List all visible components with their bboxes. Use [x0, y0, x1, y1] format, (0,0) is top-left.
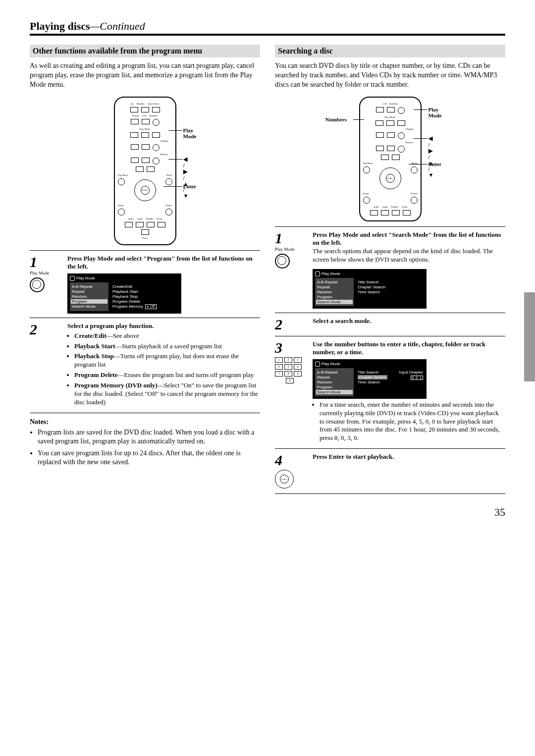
right-section-head: Searching a disc: [275, 45, 505, 57]
right-step-4: 4 Enter Press Enter to start playback.: [275, 448, 505, 489]
remote-outline: A-BRandom Play Mode Display Dimmer Top M…: [359, 97, 422, 221]
press-icon: [30, 277, 59, 294]
remote-diagram-right: A-BRandom Play Mode Display Dimmer Top M…: [275, 97, 505, 221]
osd-search: Play Mode A-B Repeat Repeat Random Progr…: [313, 269, 427, 309]
play-mode-icon: [315, 362, 320, 367]
callout-playmode: Play Mode: [428, 107, 442, 118]
header-sep: —: [90, 20, 100, 32]
osd-program: Play Mode A-B Repeat Repeat Random Progr…: [67, 273, 181, 314]
remote-outline: OnStandbyOpen/Close RepeatA-BRandom Play…: [114, 97, 176, 245]
right-step-1: 1 Play Mode Press Play Mode and select "…: [275, 226, 505, 309]
header-bold: Playing discs: [30, 20, 90, 32]
callout-numbers: Numbers: [325, 116, 347, 122]
page-number: 35: [30, 506, 505, 519]
step-number: 1: [30, 255, 59, 270]
left-step-2: 2 Select a program play function. Create…: [30, 318, 260, 409]
callout-playmode: Play Mode: [183, 127, 197, 139]
step-number: 2: [30, 322, 59, 337]
dpad: Enter: [134, 179, 156, 201]
right-step-2: 2 Select a search mode.: [275, 313, 505, 332]
header-italic: Continued: [100, 20, 145, 32]
dpad-press-icon: Enter: [275, 470, 305, 488]
side-tab: [524, 292, 535, 381]
left-section-head: Other functions available from the progr…: [30, 45, 260, 57]
press-icon: [275, 254, 305, 270]
play-mode-icon: [70, 276, 75, 281]
callout-enter: Enter: [428, 161, 442, 167]
notes-head: Notes:: [30, 418, 260, 426]
callout-enter: Enter: [183, 183, 197, 189]
remote-diagram-left: OnStandbyOpen/Close RepeatA-BRandom Play…: [30, 97, 260, 245]
step-head: Press Play Mode and select "Program" fro…: [67, 255, 260, 270]
left-intro: As well as creating and editing a progra…: [30, 61, 260, 90]
page-header: Playing discs—Continued: [30, 20, 505, 36]
left-step-1: 1 Play Mode Press Play Mode and select "…: [30, 250, 260, 314]
left-column: Other functions available from the progr…: [30, 45, 260, 494]
numpad-icon: 123 456 789 0: [275, 357, 305, 383]
right-step-3: 3 123 456 789 0 Use the number buttons t…: [275, 336, 505, 444]
notes-list: Program lists are saved for the DVD disc…: [30, 428, 260, 467]
osd-search-input: Play Mode A-B Repeat Repeat Random Progr…: [313, 359, 427, 399]
right-column: Searching a disc You can search DVD disc…: [275, 45, 505, 494]
right-intro: You can search DVD discs by title or cha…: [275, 61, 505, 90]
play-mode-icon: [315, 271, 320, 276]
callout-arrows: ◀ / ▶ / ▲ / ▼: [428, 135, 434, 178]
program-functions-list: Create/Edit—See above Playback Start—Sta…: [67, 332, 260, 407]
callout-arrows: ◀ / ▶ / ▲ / ▼: [183, 156, 189, 199]
